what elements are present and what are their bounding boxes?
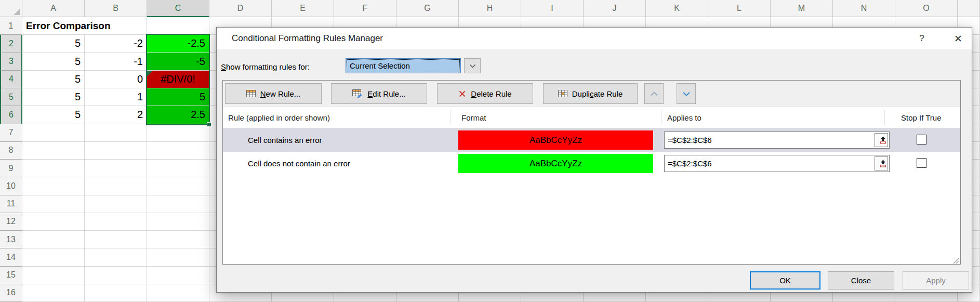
cell-C13[interactable] — [147, 231, 209, 248]
cell-A2[interactable]: 5 — [22, 35, 85, 52]
edit-rule-button[interactable]: Edit Rule... — [331, 83, 427, 104]
row-header-10[interactable]: 10 — [0, 177, 22, 195]
column-header-B[interactable]: B — [85, 0, 147, 17]
cell-A15[interactable] — [22, 267, 85, 284]
resize-grip[interactable] — [953, 257, 960, 264]
column-header-A[interactable]: A — [22, 0, 85, 17]
row-header-14[interactable]: 14 — [0, 248, 22, 266]
ok-button[interactable]: OK — [750, 271, 820, 290]
cell-A14[interactable] — [22, 248, 85, 266]
column-header-I[interactable]: I — [521, 0, 584, 17]
stop-if-true-checkbox[interactable] — [917, 158, 926, 168]
cell-A11[interactable] — [22, 195, 85, 213]
cell-A9[interactable] — [22, 160, 85, 177]
row-header-13[interactable]: 13 — [0, 231, 22, 248]
row-header-9[interactable]: 9 — [0, 160, 22, 177]
scope-dropdown-arrow[interactable] — [464, 58, 481, 73]
column-header-J[interactable]: J — [584, 0, 646, 17]
row-header-5[interactable]: 5 — [0, 88, 22, 106]
collapse-dialog-button[interactable] — [875, 133, 888, 147]
collapse-dialog-button[interactable] — [875, 156, 888, 170]
move-down-button[interactable] — [677, 83, 696, 104]
new-rule-button[interactable]: New Rule... — [225, 83, 322, 104]
cell-C11[interactable] — [147, 195, 209, 213]
cell-B9[interactable] — [85, 160, 147, 177]
cell-A7[interactable] — [22, 124, 85, 142]
cell-A6[interactable]: 5 — [22, 106, 85, 124]
cell-B14[interactable] — [85, 248, 147, 266]
scope-dropdown[interactable]: Current Selection — [346, 58, 461, 73]
cell-B13[interactable] — [85, 231, 147, 248]
cell-B6[interactable]: 2 — [85, 106, 147, 124]
column-header-N[interactable]: N — [833, 0, 895, 17]
applies-to-input[interactable]: =$C$2:$C$6 — [664, 155, 890, 172]
column-header-E[interactable]: E — [272, 0, 334, 17]
cell-C3[interactable]: -5 — [147, 53, 209, 71]
column-header-M[interactable]: M — [771, 0, 833, 17]
cell-B3[interactable]: -1 — [85, 53, 147, 71]
cell-A8[interactable] — [22, 142, 85, 160]
row-header-6[interactable]: 6 — [0, 106, 22, 124]
applies-to-input[interactable]: =$C$2:$C$6 — [664, 132, 890, 149]
cell-C14[interactable] — [147, 248, 209, 266]
rule-row[interactable]: Cell contains an error AaBbCcYyZz =$C$2:… — [223, 128, 960, 152]
column-header-H[interactable]: H — [459, 0, 521, 17]
close-dialog-button[interactable]: Close — [828, 271, 894, 290]
column-header-G[interactable]: G — [396, 0, 459, 17]
row-header-16[interactable]: 16 — [0, 284, 22, 302]
column-header-C[interactable]: C — [147, 0, 209, 17]
cell-C16[interactable] — [147, 284, 209, 302]
column-header-O[interactable]: O — [895, 0, 958, 17]
column-header-D[interactable]: D — [209, 0, 272, 17]
cell-B5[interactable]: 1 — [85, 88, 147, 106]
row-header-11[interactable]: 11 — [0, 195, 22, 213]
column-header-F[interactable]: F — [334, 0, 396, 17]
select-all-button[interactable] — [0, 0, 22, 17]
cell-B4[interactable]: 0 — [85, 71, 147, 88]
move-up-button[interactable] — [644, 83, 664, 104]
row-header-2[interactable]: 2 — [0, 35, 22, 52]
cell-C1[interactable] — [147, 17, 209, 35]
cell-B12[interactable] — [85, 213, 147, 231]
cell-C15[interactable] — [147, 267, 209, 284]
cell-C6[interactable]: 2.5 — [147, 106, 209, 124]
cell-B15[interactable] — [85, 267, 147, 284]
cell-A4[interactable]: 5 — [22, 71, 85, 88]
cell-C5[interactable]: 5 — [147, 88, 209, 106]
stop-if-true-checkbox[interactable] — [917, 135, 926, 145]
cell-B2[interactable]: -2 — [85, 35, 147, 52]
row-header-4[interactable]: 4 — [0, 71, 22, 88]
cell-B16[interactable] — [85, 284, 147, 302]
row-header-12[interactable]: 12 — [0, 213, 22, 231]
help-button[interactable]: ? — [910, 28, 933, 49]
cell-C2[interactable]: -2.5 — [147, 35, 209, 52]
row-header-1[interactable]: 1 — [0, 17, 22, 35]
cell-B7[interactable] — [85, 124, 147, 142]
row-header-15[interactable]: 15 — [0, 267, 22, 284]
row-header-7[interactable]: 7 — [0, 124, 22, 142]
cell-A1[interactable]: Error Comparison — [22, 17, 85, 35]
cell-C4[interactable]: #DIV/0! — [147, 71, 209, 88]
duplicate-rule-button[interactable]: Duplicate Rule — [543, 83, 638, 104]
cell-A13[interactable] — [22, 231, 85, 248]
column-header-L[interactable]: L — [708, 0, 771, 17]
row-header-3[interactable]: 3 — [0, 53, 22, 71]
cell-C10[interactable] — [147, 177, 209, 195]
column-header-K[interactable]: K — [646, 0, 708, 17]
cell-B8[interactable] — [85, 142, 147, 160]
cell-A10[interactable] — [22, 177, 85, 195]
rule-row[interactable]: Cell does not contain an error AaBbCcYyZ… — [223, 152, 960, 175]
apply-button[interactable]: Apply — [903, 271, 969, 290]
cell-C12[interactable] — [147, 213, 209, 231]
row-header-8[interactable]: 8 — [0, 142, 22, 160]
cell-C9[interactable] — [147, 160, 209, 177]
delete-rule-button[interactable]: Delete Rule — [437, 83, 533, 104]
fill-handle[interactable] — [207, 122, 211, 127]
cell-C7[interactable] — [147, 124, 209, 142]
close-button[interactable]: ✕ — [947, 28, 970, 49]
cell-A12[interactable] — [22, 213, 85, 231]
cell-A5[interactable]: 5 — [22, 88, 85, 106]
cell-A16[interactable] — [22, 284, 85, 302]
cell-C8[interactable] — [147, 142, 209, 160]
cell-B10[interactable] — [85, 177, 147, 195]
